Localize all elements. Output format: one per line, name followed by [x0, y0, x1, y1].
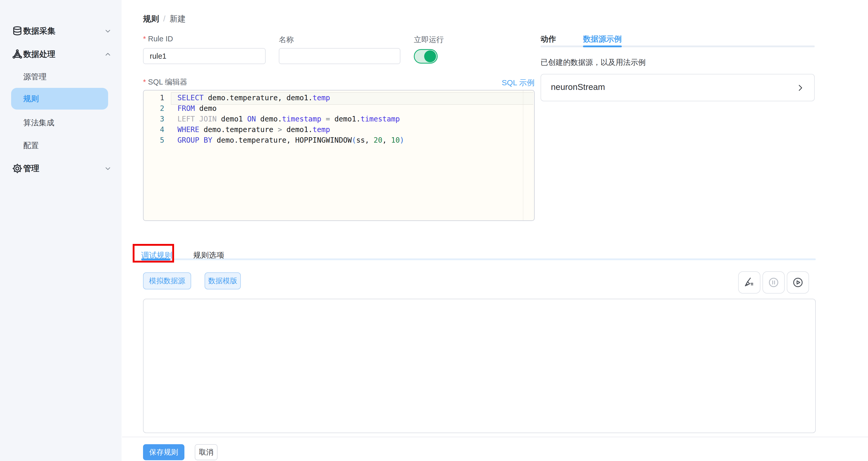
sidebar-item-configuration[interactable]: 配置 — [0, 135, 122, 156]
sql-code-editor[interactable]: 1SELECT demo.temperature, demo1.temp2FRO… — [143, 90, 535, 221]
chevron-up-icon — [104, 51, 112, 58]
sql-editor-label: *SQL 编辑器 — [143, 77, 187, 87]
pause-icon — [768, 276, 779, 288]
name-label: 名称 — [279, 35, 294, 45]
code-line[interactable]: 2FROM demo — [144, 103, 534, 114]
sidebar-group-data-processing[interactable]: 数据处理 — [0, 43, 122, 66]
code-text: WHERE demo.temperature > demo1.temp — [178, 124, 330, 135]
breadcrumb-rules[interactable]: 规则 — [143, 13, 159, 24]
run-now-toggle[interactable] — [414, 49, 438, 64]
breadcrumb-separator: / — [163, 14, 165, 24]
chevron-right-icon — [795, 83, 805, 93]
sidebar-item-algorithm-integration[interactable]: 算法集成 — [0, 112, 122, 133]
line-number: 2 — [144, 103, 164, 114]
cancel-button[interactable]: 取消 — [195, 444, 218, 460]
line-number: 3 — [144, 114, 164, 124]
code-line[interactable]: 1SELECT demo.temperature, demo1.temp — [144, 93, 534, 103]
code-text: FROM demo — [178, 103, 217, 114]
sidebar-group-label: 数据采集 — [23, 26, 55, 36]
footer-divider — [122, 437, 868, 437]
sidebar-group-management[interactable]: 管理 — [0, 157, 122, 180]
mock-datasource-button[interactable]: 模拟数据源 — [143, 272, 191, 289]
code-text: GROUP BY demo.temperature, HOPPINGWINDOW… — [178, 135, 404, 145]
pause-button[interactable] — [763, 271, 785, 294]
code-line[interactable]: 5GROUP BY demo.temperature, HOPPINGWINDO… — [144, 135, 534, 145]
tab-actions[interactable]: 动作 — [540, 34, 556, 44]
sidebar-group-data-collection[interactable]: 数据采集 — [0, 20, 122, 42]
debug-tabs-track — [143, 258, 816, 260]
code-line[interactable]: 3LEFT JOIN demo1 ON demo.timestamp = dem… — [144, 114, 534, 124]
code-line[interactable]: 4WHERE demo.temperature > demo1.temp — [144, 124, 534, 135]
network-icon — [12, 49, 23, 60]
datasource-description: 已创建的数据源，以及用法示例 — [540, 57, 646, 68]
line-number: 4 — [144, 124, 164, 135]
required-marker: * — [143, 78, 146, 86]
datasource-card-neuronstream[interactable]: neuronStream — [540, 74, 815, 101]
sidebar-item-source-management[interactable]: 源管理 — [0, 66, 122, 87]
line-number: 1 — [144, 93, 164, 103]
name-field[interactable] — [279, 48, 400, 64]
right-tabs-track — [540, 45, 815, 47]
database-icon — [12, 26, 23, 36]
code-text: LEFT JOIN demo1 ON demo.timestamp = demo… — [178, 114, 400, 124]
sidebar-group-label: 数据处理 — [23, 49, 55, 60]
rule-id-field[interactable] — [143, 48, 266, 64]
datasource-name: neuronStream — [551, 82, 605, 92]
sql-example-link[interactable]: SQL 示例 — [498, 77, 535, 88]
run-now-label: 立即运行 — [414, 35, 444, 45]
run-test-button[interactable] — [787, 271, 809, 294]
sidebar: 数据采集 数据处理 源管理 规则 算法集成 — [0, 0, 122, 461]
broom-icon — [743, 276, 755, 288]
required-marker: * — [143, 35, 146, 43]
annotation-box — [133, 244, 174, 263]
sidebar-group-label: 管理 — [23, 163, 39, 174]
chevron-down-icon — [104, 165, 112, 172]
code-lines: 1SELECT demo.temperature, demo1.temp2FRO… — [144, 93, 534, 145]
right-tabs-active-indicator — [583, 45, 622, 47]
rule-id-label: *Rule ID — [143, 35, 173, 43]
breadcrumb: 规则 / 新建 — [143, 13, 186, 24]
tab-datasource-examples[interactable]: 数据源示例 — [583, 34, 622, 44]
clear-output-button[interactable] — [738, 271, 761, 294]
code-text: SELECT demo.temperature, demo1.temp — [178, 93, 330, 103]
breadcrumb-current: 新建 — [170, 13, 186, 24]
line-number: 5 — [144, 135, 164, 145]
play-icon — [792, 276, 804, 288]
debug-output-area[interactable] — [143, 299, 816, 433]
rule-editor-page: 数据采集 数据处理 源管理 规则 算法集成 — [0, 0, 868, 461]
gear-icon — [12, 163, 23, 174]
chevron-down-icon — [104, 27, 112, 35]
save-rule-button[interactable]: 保存规则 — [143, 444, 184, 460]
sidebar-item-rules[interactable]: 规则 — [0, 88, 122, 109]
data-template-button[interactable]: 数据模版 — [205, 272, 241, 289]
toggle-knob — [424, 51, 436, 62]
